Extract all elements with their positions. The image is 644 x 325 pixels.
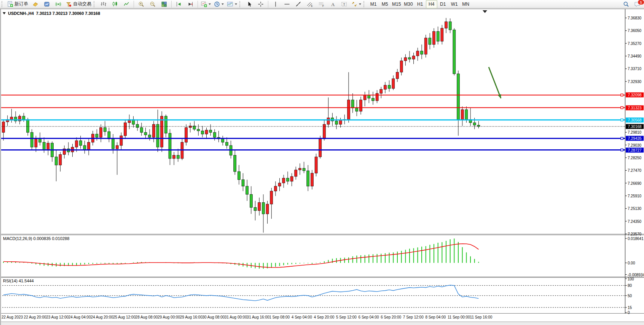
- tile-windows-icon: [161, 1, 167, 7]
- profiles-button[interactable]: [41, 0, 53, 8]
- axis-tick-label: 7.25130: [628, 207, 641, 211]
- axis-tick-label: 7.29810: [628, 130, 641, 134]
- collapse-icon[interactable]: [3, 12, 6, 14]
- text-label-icon: T: [341, 1, 348, 7]
- tf-button-m5[interactable]: M5: [379, 0, 391, 8]
- tf-button-h4[interactable]: H4: [426, 0, 437, 8]
- channel-tool[interactable]: E: [304, 0, 316, 8]
- tf-button-mn[interactable]: MN: [460, 0, 472, 8]
- crosshair-button[interactable]: [255, 0, 266, 8]
- indicators-icon: [201, 1, 207, 7]
- vertical-line-icon: [273, 1, 278, 7]
- chart-window[interactable]: USDCNH-,H4 7.30213 7.30213 7.30060 7.301…: [0, 9, 644, 325]
- horizontal-line-tool[interactable]: [281, 0, 293, 8]
- chart-title: USDCNH-,H4 7.30213 7.30213 7.30060 7.301…: [3, 11, 100, 16]
- metaeditor-button[interactable]: [30, 0, 41, 8]
- axis-tick-label: 50: [628, 293, 632, 298]
- time-axis-label: 11 Sep 16:00: [470, 315, 493, 319]
- new-order-button[interactable]: 新订单: [6, 0, 30, 8]
- indicators-button[interactable]: [199, 0, 212, 8]
- new-order-label: 新订单: [14, 1, 28, 7]
- toolbar-separator: [198, 1, 198, 8]
- time-axis-label: 29 Aug 00:00: [158, 315, 180, 319]
- axis-tick-label: 100: [628, 277, 634, 281]
- arrows-tool[interactable]: [350, 0, 363, 8]
- periods-button[interactable]: [212, 0, 225, 8]
- tf-button-h1[interactable]: H1: [414, 0, 426, 8]
- svg-text:T: T: [343, 2, 345, 6]
- text-tool[interactable]: A: [327, 0, 338, 8]
- search-button[interactable]: [620, 0, 632, 8]
- symbol-period-label: USDCNH-,H4: [8, 11, 34, 16]
- notifications-button[interactable]: 1: [632, 0, 643, 8]
- crosshair-icon: [258, 1, 264, 7]
- tile-windows-button[interactable]: [158, 0, 170, 8]
- signals-button[interactable]: [53, 0, 64, 8]
- zoom-out-icon: [150, 1, 156, 7]
- toolbar-separator: [268, 1, 268, 8]
- time-axis-label: 7 Sep 12:00: [403, 315, 424, 319]
- time-axis-label: 28 Aug 08:00: [135, 315, 158, 319]
- chart-shift-icon: [187, 1, 193, 7]
- svg-text:E: E: [311, 4, 313, 7]
- window-bottom-edge: [0, 322, 644, 325]
- time-axis-label: 30 Aug 08:00: [202, 315, 225, 319]
- time-axis-label: 23 Aug 12:00: [46, 315, 69, 319]
- axis-tick-label: 7.28250: [628, 155, 641, 160]
- notification-badge: 1: [638, 0, 644, 5]
- candlestick-chart-button[interactable]: [109, 0, 121, 8]
- chart-plot-svg[interactable]: [0, 9, 644, 322]
- line-chart-button[interactable]: [121, 0, 132, 8]
- auto-trading-button[interactable]: 自动交易: [64, 0, 93, 8]
- arrows-icon: [351, 1, 357, 7]
- candlestick-icon: [112, 1, 118, 7]
- time-axis-label: 22 Aug 20:00: [24, 315, 46, 319]
- main-toolbar: 新订单 自动交易: [0, 0, 644, 8]
- dropdown-caret: [359, 3, 361, 5]
- tf-button-m30[interactable]: M30: [402, 0, 414, 8]
- zoom-out-button[interactable]: [147, 0, 158, 8]
- auto-trading-label: 自动交易: [73, 1, 91, 7]
- chart-shift-button[interactable]: [185, 0, 196, 8]
- fibonacci-icon: F: [318, 1, 325, 7]
- axis-tick-label: 80: [628, 283, 632, 288]
- hline-price-label: 7.29435: [626, 136, 644, 141]
- fibonacci-tool[interactable]: F: [316, 0, 327, 8]
- profiles-icon: [44, 1, 50, 7]
- trendline-tool[interactable]: [293, 0, 304, 8]
- time-axis-label: 31 Aug 16:00: [247, 315, 269, 319]
- line-chart-icon: [123, 1, 129, 7]
- tf-button-m1[interactable]: M1: [368, 0, 379, 8]
- auto-scroll-button[interactable]: [173, 0, 185, 8]
- toolbar-separator: [171, 1, 172, 8]
- clock-icon: [214, 1, 220, 7]
- time-axis-label: 29 Aug 16:00: [180, 315, 202, 319]
- tf-button-d1[interactable]: D1: [437, 0, 449, 8]
- axis-tick-label: 7.25910: [628, 194, 641, 198]
- time-axis-label: 4 Sep 04:00: [292, 315, 312, 319]
- cursor-button[interactable]: [244, 0, 255, 8]
- vertical-line-tool[interactable]: [270, 0, 281, 8]
- time-axis-label: 6 Sep 04:00: [359, 315, 379, 319]
- cursor-icon: [246, 1, 252, 7]
- text-icon: A: [330, 1, 335, 7]
- axis-tick-label: 7.34490: [628, 54, 641, 58]
- macd-indicator-label: MACD(12,26,9) 0.000835 0.010288: [3, 236, 69, 241]
- axis-tick-label: 7.29030: [628, 143, 641, 147]
- text-label-tool[interactable]: T: [338, 0, 350, 8]
- hline-price-label: 7.28727: [626, 147, 644, 152]
- axis-tick-label: 7.32930: [628, 79, 641, 83]
- time-axis-label: 1 Sep 08:00: [269, 315, 290, 319]
- search-icon: [623, 1, 629, 7]
- time-axis-label: 22 Aug 2023: [2, 315, 23, 319]
- templates-button[interactable]: [225, 0, 239, 8]
- tf-button-w1[interactable]: W1: [449, 0, 460, 8]
- equidistant-channel-icon: E: [307, 1, 313, 7]
- zoom-in-button[interactable]: [135, 0, 147, 8]
- bar-chart-button[interactable]: [98, 0, 109, 8]
- axis-tick-label: 7.24350: [628, 219, 641, 223]
- time-axis-label: 5 Sep 12:00: [336, 315, 357, 319]
- axis-tick-label: 7.33710: [628, 67, 641, 71]
- axis-tick-label: 7.27470: [628, 168, 641, 173]
- tf-button-m15[interactable]: M15: [391, 0, 402, 8]
